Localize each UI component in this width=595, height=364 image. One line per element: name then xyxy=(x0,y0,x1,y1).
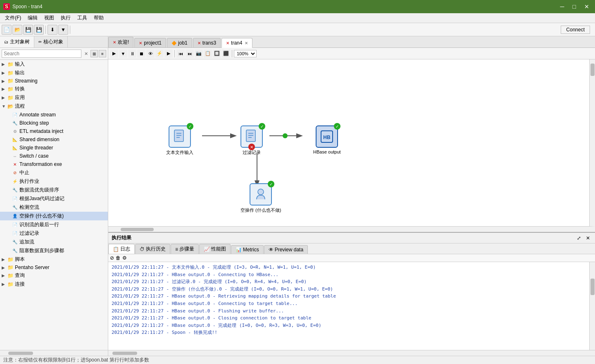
prev-step-button[interactable]: ⏮ xyxy=(176,50,185,58)
import-dropdown[interactable]: ▼ xyxy=(58,25,68,35)
copy-button[interactable]: 📋 xyxy=(204,50,212,58)
tree-item-etl[interactable]: ⚙ ETL metadata inject xyxy=(0,127,108,135)
run-dropdown-button[interactable]: ▼ xyxy=(119,50,127,58)
bottom-tab-perf[interactable]: 📈 性能图 xyxy=(199,244,231,254)
search-list-button[interactable]: ≡ xyxy=(99,50,106,57)
tree-item-input[interactable]: ▶ 📁 输入 xyxy=(0,60,108,69)
log-hscroll[interactable] xyxy=(108,350,595,356)
search-layout-button[interactable]: ⊞ xyxy=(90,50,98,57)
connect-button[interactable]: Connect xyxy=(561,26,590,34)
canvas-right-scroll[interactable] xyxy=(589,59,595,226)
debug-button[interactable]: ⚡ xyxy=(155,50,164,58)
log-vscroll-thumb[interactable] xyxy=(590,279,595,295)
expand-button[interactable]: ⤢ xyxy=(575,235,583,241)
stop-button[interactable]: ⏹ xyxy=(137,50,145,58)
tab-main-objects[interactable]: 🗂 主对象树 xyxy=(0,36,34,47)
bottom-tab-steps[interactable]: ≡ 步骤量 xyxy=(171,244,199,254)
node-null-op[interactable]: ✓ 空操作 (什么也不做) xyxy=(240,183,281,213)
open-button[interactable]: 📂 xyxy=(12,25,22,35)
layout-button[interactable]: 🔲 xyxy=(213,50,221,58)
tree-item-trans-exe[interactable]: ✕ Transformation exe xyxy=(0,160,108,168)
left-hscroll-thumb[interactable] xyxy=(8,352,33,355)
run-button[interactable]: ▶ xyxy=(110,50,118,58)
node-filter-record[interactable]: ✓ ✕ 过滤记录 xyxy=(240,125,263,156)
log-delete-button[interactable]: 🗑 xyxy=(116,255,121,261)
left-panel-hscroll[interactable] xyxy=(0,350,108,356)
tree-item-identify-last[interactable]: 📄 识别流的最后一行 xyxy=(0,220,108,229)
replay-button[interactable]: ▶ xyxy=(164,50,173,58)
tab-core-objects[interactable]: ✏ 核心对象 xyxy=(34,36,68,47)
save-button[interactable]: 💾 xyxy=(23,25,33,35)
canvas-vscroll-thumb[interactable] xyxy=(590,64,595,76)
etl-icon: ⚙ xyxy=(12,128,18,135)
menu-run[interactable]: 执行 xyxy=(57,14,74,22)
tree-item-flow[interactable]: ▼ 📂 流程 xyxy=(0,102,108,111)
search-clear-button[interactable]: ✕ xyxy=(82,50,90,57)
tree-item-append-stream[interactable]: 🔧 追加流 xyxy=(0,238,108,246)
tab-job1[interactable]: 🔶 job1 xyxy=(167,38,192,47)
tree-item-streaming[interactable]: ▶ 📁 Streaming xyxy=(0,77,108,85)
pause-button[interactable]: ⏸ xyxy=(128,50,136,58)
log-hscroll-thumb[interactable] xyxy=(112,352,137,355)
tree-item-pentaho[interactable]: ▶ 📁 Pentaho Server xyxy=(0,264,108,271)
tree-item-app[interactable]: ▶ 📁 应用 xyxy=(0,93,108,102)
menu-view[interactable]: 视图 xyxy=(41,14,57,22)
save-as-button[interactable]: 💾 xyxy=(34,25,44,35)
tab-trans3[interactable]: ✕ trans3 xyxy=(193,38,221,47)
close-button[interactable]: ✕ xyxy=(582,2,592,11)
log-vscroll[interactable] xyxy=(589,262,595,350)
next-step-button[interactable]: ⏭ xyxy=(186,50,194,58)
import-button[interactable]: ⬇ xyxy=(48,25,57,35)
canvas-hscroll-thumb[interactable] xyxy=(121,228,154,231)
tree-item-annotate[interactable]: 📄 Annotate stream xyxy=(0,111,108,119)
canvas-hscroll[interactable] xyxy=(108,226,595,232)
settings-button[interactable]: ⬛ xyxy=(222,50,230,58)
tab-tran4[interactable]: ✕ tran4 ✕ xyxy=(221,38,252,48)
bottom-tab-preview[interactable]: 👁 Preview data xyxy=(264,245,308,254)
tree-item-detect-stream[interactable]: 🔧 检测空流 xyxy=(0,203,108,212)
preview-button[interactable]: 👁 xyxy=(146,50,155,58)
tree-item-output[interactable]: ▶ 📁 输出 xyxy=(0,69,108,77)
tree-item-switch-case[interactable]: ↔ Switch / case xyxy=(0,152,108,160)
bottom-tab-history[interactable]: ⏱ 执行历史 xyxy=(135,244,170,254)
node-text-input[interactable]: ✓ 文本文件输入 xyxy=(166,125,193,156)
node-hbase-output[interactable]: HB ✓ HBase output xyxy=(313,125,341,154)
tree-item-script[interactable]: ▶ 📁 脚本 xyxy=(0,255,108,264)
tree-item-stop[interactable]: ⊘ 中止 xyxy=(0,168,108,177)
tree-item-shared-dim[interactable]: 📐 Shared dimension xyxy=(0,135,108,144)
tree-item-transform[interactable]: ▶ 📁 转换 xyxy=(0,85,108,93)
log-settings-button[interactable]: ⚙ xyxy=(122,255,127,261)
tree-item-query[interactable]: ▶ 📁 查询 xyxy=(0,271,108,280)
log-clear-button[interactable]: ⊘ xyxy=(110,255,114,261)
menu-help[interactable]: 帮助 xyxy=(90,14,107,22)
tree-item-filter-rec[interactable]: 📄 过滤记录 xyxy=(0,229,108,238)
maximize-button[interactable]: □ xyxy=(570,2,578,11)
new-file-button[interactable]: 📄 xyxy=(2,25,12,35)
tree-item-filter-java[interactable]: 📄 根据Java代码过滤记 xyxy=(0,194,108,203)
tree-item-single-thread[interactable]: 📐 Single threader xyxy=(0,144,108,152)
tab-project1[interactable]: ✕ project1 xyxy=(134,38,166,47)
menu-file[interactable]: 文件(F) xyxy=(2,14,24,22)
tree-item-blocking[interactable]: 🔧 Blocking step xyxy=(0,119,108,127)
minimize-button[interactable]: ─ xyxy=(558,2,567,11)
tree-item-block-until[interactable]: 🔧 阻塞数据直到步骤都 xyxy=(0,246,108,255)
tree-item-connect[interactable]: ▶ 📁 连接 xyxy=(0,280,108,288)
tree-item-exec-job[interactable]: ⚡ 执行作业 xyxy=(0,177,108,186)
tree-label-switch-case: Switch / case xyxy=(19,153,49,159)
canvas-toolbar-sep xyxy=(174,50,175,57)
search-input[interactable] xyxy=(2,50,81,58)
tree-item-null-op[interactable]: 👤 空操作 (什么也不做) xyxy=(0,212,108,220)
bottom-tab-metrics[interactable]: 📊 Metrics xyxy=(231,245,264,254)
canvas-area[interactable]: ✓ 文本文件输入 ✓ xyxy=(108,59,589,226)
bottom-tab-log[interactable]: 📋 日志 xyxy=(108,244,135,254)
close-bottom-button[interactable]: ✕ xyxy=(584,235,592,241)
menu-tools[interactable]: 工具 xyxy=(74,14,90,22)
tab-welcome[interactable]: ✕ 欢迎! xyxy=(108,37,133,47)
tree-arrow-connect: ▶ xyxy=(2,282,7,286)
menu-edit[interactable]: 编辑 xyxy=(24,14,41,22)
log-toolbar: ⊘ 🗑 ⚙ xyxy=(108,254,595,262)
screenshot-button[interactable]: 📷 xyxy=(195,50,203,58)
zoom-select[interactable]: 50% 75% 100% 125% 150% 200% xyxy=(234,50,257,57)
tree-item-sort-rows[interactable]: 🔧 数据流优先级排序 xyxy=(0,186,108,194)
tab-tran4-close[interactable]: ✕ xyxy=(245,41,248,45)
